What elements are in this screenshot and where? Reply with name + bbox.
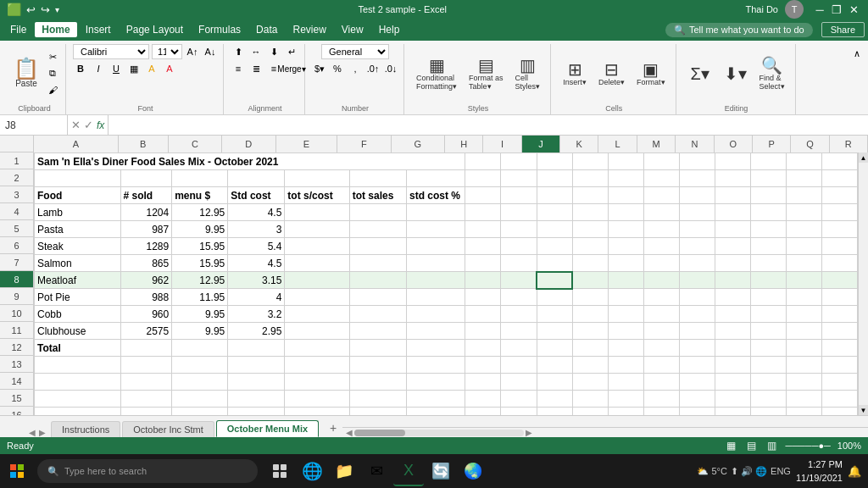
cell-C14[interactable] [172,374,228,391]
start-button[interactable] [0,454,34,488]
cell-B16[interactable] [120,408,172,416]
cell-I5[interactable] [501,221,537,238]
cell-C11[interactable]: 9.95 [172,323,228,340]
cell-O9[interactable] [715,289,750,306]
cell-A6[interactable]: Steak [35,238,121,255]
row-header-4[interactable]: 4 [0,203,33,220]
cell-D4[interactable]: 4.5 [228,204,285,221]
currency-button[interactable]: $▾ [312,61,327,76]
cell-E9[interactable] [285,289,349,306]
cell-C2[interactable] [172,170,228,187]
cell-G16[interactable] [407,408,465,416]
cell-F3[interactable]: tot sales [349,187,406,204]
col-header-J[interactable]: J [522,136,560,152]
cell-K16[interactable] [572,408,608,416]
minimize-button[interactable]: ─ [812,2,827,17]
cell-F4[interactable] [349,204,406,221]
cell-O16[interactable] [715,408,750,416]
cell-H8[interactable] [465,272,501,289]
cell-L9[interactable] [608,289,643,306]
cell-I6[interactable] [501,238,537,255]
cell-L5[interactable] [608,221,643,238]
cell-P13[interactable] [750,357,786,374]
cell-M9[interactable] [643,289,679,306]
cell-R10[interactable] [821,306,857,323]
cell-C6[interactable]: 15.95 [172,238,228,255]
collapse-ribbon-button[interactable]: ∧ [849,46,865,61]
cell-R1[interactable] [821,153,857,170]
cancel-formula-icon[interactable]: ✕ [71,119,81,131]
cell-L14[interactable] [608,374,643,391]
fill-color-button[interactable]: A [144,61,159,76]
cell-Q10[interactable] [786,306,821,323]
cell-R11[interactable] [821,323,857,340]
cell-O1[interactable] [715,153,750,170]
cell-J6[interactable] [537,238,572,255]
cell-H16[interactable] [465,408,501,416]
cell-Q13[interactable] [786,357,821,374]
cell-D6[interactable]: 5.4 [228,238,285,255]
cell-A16[interactable] [35,408,121,416]
row-header-3[interactable]: 3 [0,186,33,203]
cell-Q9[interactable] [786,289,821,306]
format-as-table-button[interactable]: ▤ Format asTable▾ [464,53,509,94]
cell-J12[interactable] [537,340,572,357]
cell-D10[interactable]: 3.2 [228,306,285,323]
cell-M13[interactable] [643,357,679,374]
tab-october-menu-mix[interactable]: October Menu Mix [216,420,319,437]
taskbar-task-view[interactable] [264,456,295,486]
cell-A8[interactable]: Meatloaf [35,272,121,289]
cell-B6[interactable]: 1289 [120,238,172,255]
cell-J16[interactable] [537,408,572,416]
cell-C4[interactable]: 12.95 [172,204,228,221]
align-left-button[interactable]: ≡ [231,61,246,76]
cell-R12[interactable] [821,340,857,357]
col-header-C[interactable]: C [169,136,222,152]
col-header-L[interactable]: L [598,136,637,152]
align-bottom-button[interactable]: ⬇ [266,44,281,59]
cell-P12[interactable] [750,340,786,357]
percent-button[interactable]: % [330,61,345,76]
cell-A13[interactable] [35,357,121,374]
cell-O10[interactable] [715,306,750,323]
tab-october-inc-stmt[interactable]: October Inc Stmt [122,421,214,437]
cell-R4[interactable] [821,204,857,221]
cell-M5[interactable] [643,221,679,238]
cell-L13[interactable] [608,357,643,374]
cell-L4[interactable] [608,204,643,221]
cell-E16[interactable] [285,408,349,416]
row-header-9[interactable]: 9 [0,288,33,305]
cell-D3[interactable]: Std cost [228,187,285,204]
cell-O15[interactable] [715,391,750,408]
cell-A5[interactable]: Pasta [35,221,121,238]
font-family-select[interactable]: Calibri [73,44,149,59]
cell-C15[interactable] [172,391,228,408]
cell-K12[interactable] [572,340,608,357]
add-sheet-button[interactable]: + [324,419,342,437]
col-header-A[interactable]: A [34,136,119,152]
cell-K8[interactable] [572,272,608,289]
cell-P4[interactable] [750,204,786,221]
cell-K11[interactable] [572,323,608,340]
vertical-scrollbar[interactable]: ▲ ▼ [858,152,868,415]
increase-font-button[interactable]: A↑ [185,44,200,59]
cell-C9[interactable]: 11.95 [172,289,228,306]
cell-N8[interactable] [679,272,715,289]
scroll-left-sheets-button[interactable]: ◀ [29,428,36,437]
horizontal-scrollbar[interactable] [354,430,524,436]
menu-help[interactable]: Help [372,22,407,37]
cell-A4[interactable]: Lamb [35,204,121,221]
help-search[interactable]: 🔍 Tell me what you want to do [665,23,813,37]
cell-C10[interactable]: 9.95 [172,306,228,323]
col-header-P[interactable]: P [753,136,791,152]
menu-page-layout[interactable]: Page Layout [120,22,190,37]
cell-A9[interactable]: Pot Pie [35,289,121,306]
cell-M8[interactable] [643,272,679,289]
cell-J13[interactable] [537,357,572,374]
cell-D5[interactable]: 3 [228,221,285,238]
cell-F11[interactable] [349,323,406,340]
cell-B2[interactable] [120,170,172,187]
share-button[interactable]: Share [821,22,865,37]
cell-P1[interactable] [750,153,786,170]
cell-R7[interactable] [821,255,857,272]
